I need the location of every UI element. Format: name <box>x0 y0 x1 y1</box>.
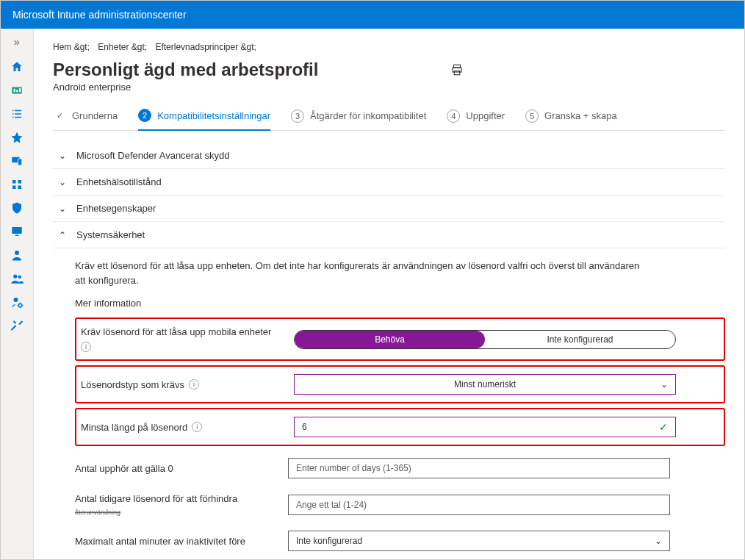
section-security[interactable]: ⌃Systemsäkerhet <box>53 222 725 248</box>
svg-rect-11 <box>18 159 22 165</box>
breadcrumb-item[interactable]: Enheter &gt; <box>98 42 147 52</box>
field-inactivity: Maximalt antal minuter av inaktivitet fö… <box>75 523 725 559</box>
app-header: Microsoft Intune administrationscenter <box>1 1 744 29</box>
main-content: Hem &gt; Enheter &gt; Efterlevnadsprinci… <box>34 29 744 560</box>
wizard-steps: ✓Grunderna 2Kompatibilitetsinställningar… <box>53 109 725 131</box>
inactivity-select[interactable]: Inte konfigurerad ⌄ <box>288 531 670 551</box>
svg-rect-9 <box>15 117 21 118</box>
app-title: Microsoft Intune administrationscenter <box>12 9 187 21</box>
users-icon[interactable] <box>10 271 24 286</box>
svg-rect-25 <box>455 71 461 74</box>
svg-point-19 <box>13 274 17 278</box>
more-info-link[interactable]: Mer information <box>75 298 725 309</box>
toggle-option-notconfigured[interactable]: Inte konfigurerad <box>485 331 675 348</box>
svg-point-18 <box>15 251 19 255</box>
svg-point-20 <box>18 276 22 279</box>
chevron-down-icon: ⌄ <box>57 177 68 187</box>
section-properties[interactable]: ⌄Enhetsegenskaper <box>53 195 725 222</box>
info-icon[interactable]: i <box>81 342 91 352</box>
require-password-toggle[interactable]: Behöva Inte konfigurerad <box>294 330 676 349</box>
password-type-select[interactable]: Minst numeriskt ⌄ <box>294 374 676 395</box>
chevron-down-icon: ⌄ <box>57 151 68 161</box>
check-icon: ✓ <box>659 421 668 433</box>
svg-rect-13 <box>18 180 22 184</box>
svg-rect-8 <box>12 117 14 118</box>
section-description: Kräv ett lösenord för att låsa upp enhet… <box>75 259 648 287</box>
step-basics[interactable]: ✓Grunderna <box>53 110 118 130</box>
section-defender[interactable]: ⌄Microsoft Defender Avancerat skydd <box>53 143 725 169</box>
info-icon[interactable]: i <box>192 422 202 432</box>
svg-rect-17 <box>15 235 19 237</box>
page-title: Personligt ägd med arbetsprofil <box>53 60 318 80</box>
list-icon[interactable] <box>10 107 24 121</box>
breadcrumb-item[interactable]: Hem &gt; <box>53 42 90 52</box>
step-assignments[interactable]: 4Uppgifter <box>447 110 505 130</box>
step-review[interactable]: 5Granska + skapa <box>525 110 617 130</box>
tools-icon[interactable] <box>10 318 24 333</box>
field-previous-passwords: Antal tidigare lösenord för att förhindr… <box>75 486 725 523</box>
shield-icon[interactable] <box>10 201 24 215</box>
field-min-length: Minsta längd på lösenordi 6 ✓ <box>75 408 725 446</box>
svg-rect-15 <box>18 186 22 190</box>
min-length-input[interactable]: 6 ✓ <box>294 417 676 437</box>
svg-rect-3 <box>19 88 21 92</box>
expire-days-input[interactable]: Enter number of days (1-365) <box>288 458 670 478</box>
section-health[interactable]: ⌄Enhetshälsotillstånd <box>53 169 725 195</box>
field-password-type: Lösenordstyp som krävsi Minst numeriskt … <box>75 365 725 403</box>
user-gear-icon[interactable] <box>10 295 24 309</box>
page-subtitle: Android enterprise <box>53 82 725 93</box>
user-icon[interactable] <box>10 248 24 262</box>
step-actions[interactable]: 3Åtgärder för inkompatibilitet <box>291 110 426 130</box>
dashboard-icon[interactable] <box>10 83 24 98</box>
field-expire-days: Antal upphör att gälla 0 Enter number of… <box>75 450 725 486</box>
svg-rect-6 <box>12 113 14 115</box>
star-icon[interactable] <box>10 130 24 145</box>
svg-rect-4 <box>12 110 14 112</box>
home-icon[interactable] <box>10 60 24 74</box>
chevron-down-icon: ⌄ <box>661 379 668 390</box>
svg-point-22 <box>18 304 22 307</box>
svg-rect-1 <box>14 89 15 93</box>
previous-passwords-input[interactable]: Ange ett tal (1-24) <box>288 495 670 515</box>
svg-rect-5 <box>15 110 21 112</box>
info-icon[interactable]: i <box>189 379 199 390</box>
svg-rect-12 <box>12 180 16 184</box>
svg-rect-16 <box>12 227 22 234</box>
step-compliance[interactable]: 2Kompatibilitetsinställningar <box>138 109 270 131</box>
breadcrumb: Hem &gt; Enheter &gt; Efterlevnadsprinci… <box>53 42 725 52</box>
toggle-option-require[interactable]: Behöva <box>295 331 485 348</box>
print-icon[interactable] <box>450 63 464 79</box>
chevron-up-icon: ⌃ <box>57 230 68 240</box>
apps-icon[interactable] <box>10 177 24 192</box>
nav-expand-button[interactable]: » <box>1 33 33 51</box>
svg-rect-14 <box>12 186 16 190</box>
svg-rect-2 <box>16 90 18 92</box>
svg-rect-7 <box>15 113 21 115</box>
left-nav: » <box>1 29 34 560</box>
chevron-down-icon: ⌄ <box>655 536 662 546</box>
svg-point-21 <box>14 298 18 302</box>
field-require-password: Kräv lösenord för att låsa upp mobila en… <box>75 317 725 361</box>
breadcrumb-item[interactable]: Efterlevnadsprinciper &gt; <box>155 42 256 52</box>
monitor-icon[interactable] <box>10 224 24 239</box>
chevron-down-icon: ⌄ <box>57 204 68 214</box>
devices-icon[interactable] <box>10 154 24 168</box>
